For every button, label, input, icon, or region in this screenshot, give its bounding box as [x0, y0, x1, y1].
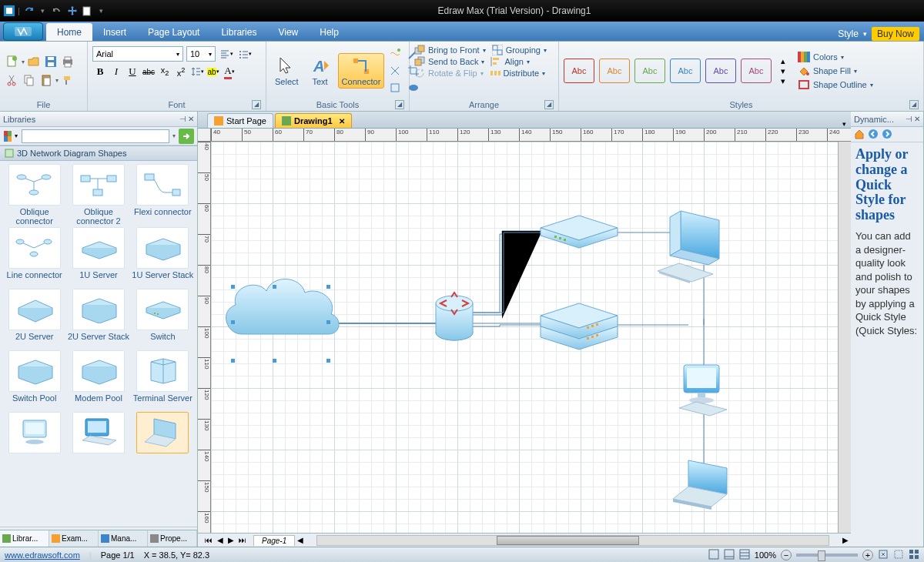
- strikethrough-button[interactable]: abc: [141, 64, 156, 79]
- tab-home[interactable]: Home: [46, 23, 92, 41]
- pan-icon[interactable]: [909, 549, 919, 561]
- shape-fill-button[interactable]: Shape Fill ▾: [798, 64, 873, 78]
- style-gallery-more[interactable]: ▾: [778, 76, 788, 86]
- lib-tab-examples[interactable]: Exam...: [49, 530, 99, 547]
- back-icon[interactable]: [868, 129, 879, 141]
- style-swatch-4[interactable]: Abc: [705, 59, 736, 83]
- zoom-out-button[interactable]: −: [781, 550, 792, 560]
- shape-item[interactable]: 1U Server Stack: [132, 227, 194, 287]
- page-last-button[interactable]: ⏭: [236, 536, 249, 544]
- shape-group-header[interactable]: 3D Network Diagram Shapes: [0, 146, 197, 161]
- styles-dialog-launcher[interactable]: ◢: [909, 100, 919, 109]
- tab-menu-icon[interactable]: ▾: [838, 120, 851, 128]
- shape-tool-3[interactable]: [387, 80, 403, 95]
- paste-button[interactable]: [38, 72, 54, 88]
- font-name-combo[interactable]: Arial▾: [92, 46, 183, 62]
- shape-item[interactable]: Switch Pool: [3, 350, 65, 410]
- view-mode-1-icon[interactable]: [708, 549, 719, 561]
- close-icon[interactable]: ✕: [914, 115, 920, 123]
- shape-item[interactable]: Line connector: [3, 227, 65, 287]
- style-swatch-2[interactable]: Abc: [634, 59, 665, 83]
- view-mode-3-icon[interactable]: [739, 549, 750, 561]
- print-button[interactable]: [60, 54, 75, 69]
- font-dialog-launcher[interactable]: ◢: [252, 100, 261, 109]
- grouping-button[interactable]: Grouping ▾: [492, 45, 547, 55]
- style-swatch-5[interactable]: Abc: [741, 59, 772, 83]
- qat-more-icon[interactable]: ▾: [95, 5, 108, 17]
- shape-item[interactable]: Oblique connector: [3, 164, 65, 226]
- tab-help[interactable]: Help: [309, 23, 350, 41]
- send-to-back-button[interactable]: Send to Back ▾: [414, 56, 484, 67]
- cut-button[interactable]: [5, 72, 20, 88]
- pin-icon[interactable]: ⊣: [179, 115, 186, 123]
- fit-width-icon[interactable]: [893, 549, 904, 561]
- italic-button[interactable]: I: [109, 64, 124, 79]
- lib-tab-manage[interactable]: Mana...: [99, 530, 148, 547]
- line-spacing-button[interactable]: ▾: [189, 64, 205, 79]
- format-painter-button[interactable]: [60, 72, 75, 88]
- distribute-button[interactable]: Distribute ▾: [490, 68, 545, 79]
- pin-icon[interactable]: ⊣: [906, 115, 912, 123]
- page-tab[interactable]: Page-1: [253, 535, 295, 546]
- font-size-combo[interactable]: 10▾: [186, 46, 216, 62]
- style-swatch-1[interactable]: Abc: [599, 59, 630, 83]
- subscript-button[interactable]: x2: [157, 64, 172, 79]
- lib-color-button[interactable]: ▾: [3, 129, 18, 144]
- zoom-level[interactable]: 100%: [755, 550, 776, 560]
- align-button[interactable]: ▾: [219, 46, 234, 62]
- shape-item[interactable]: Switch: [132, 289, 194, 349]
- tab-insert[interactable]: Insert: [92, 23, 137, 41]
- library-search-input[interactable]: [22, 129, 169, 143]
- canvas-switch-shape[interactable]: [541, 216, 618, 248]
- shape-tool-2[interactable]: [387, 63, 403, 79]
- bring-to-front-button[interactable]: Bring to Front ▾: [414, 45, 486, 55]
- website-link[interactable]: www.edrawsoft.com: [5, 550, 80, 560]
- shape-item[interactable]: 2U Server Stack: [67, 289, 129, 349]
- close-icon[interactable]: ✕: [188, 115, 194, 123]
- shape-item[interactable]: Terminal Server: [132, 350, 194, 410]
- style-gallery-up[interactable]: ▴: [778, 56, 788, 66]
- canvas-monitor-shape[interactable]: [679, 365, 727, 416]
- open-button[interactable]: [26, 54, 42, 69]
- shape-tool-1[interactable]: [387, 46, 403, 62]
- shape-item[interactable]: Modem Pool: [67, 350, 129, 410]
- doc-tab-drawing1[interactable]: Drawing1✕: [275, 113, 352, 128]
- rotate-flip-button[interactable]: Rotate & Flip ▾: [414, 68, 484, 79]
- close-tab-icon[interactable]: ✕: [339, 117, 345, 125]
- page-prev-button[interactable]: ◀: [215, 536, 226, 544]
- shape-item[interactable]: Oblique connector 2: [67, 164, 129, 226]
- shape-outline-button[interactable]: Shape Outline ▾: [798, 78, 873, 92]
- forward-icon[interactable]: [882, 129, 892, 141]
- style-link[interactable]: Style: [838, 28, 859, 39]
- page-first-button[interactable]: ⏮: [203, 536, 215, 544]
- underline-button[interactable]: U: [125, 64, 140, 79]
- horizontal-scrollbar[interactable]: ◀ ▶: [295, 535, 851, 546]
- text-tool[interactable]: A Text: [306, 53, 335, 89]
- shape-item[interactable]: [132, 412, 194, 472]
- home-icon[interactable]: [854, 129, 865, 141]
- tab-page-layout[interactable]: Page Layout: [137, 23, 210, 41]
- zoom-slider[interactable]: [796, 554, 858, 557]
- highlight-button[interactable]: ab▾: [206, 64, 221, 79]
- new-file-button[interactable]: [5, 54, 20, 69]
- redo2-icon[interactable]: [52, 5, 64, 17]
- superscript-button[interactable]: x2: [173, 64, 189, 79]
- shape-item[interactable]: [3, 412, 65, 472]
- tab-view[interactable]: View: [267, 23, 309, 41]
- fit-page-icon[interactable]: [878, 549, 889, 561]
- buy-now-button[interactable]: Buy Now: [872, 27, 919, 41]
- shape-item[interactable]: [67, 412, 129, 472]
- undo-icon[interactable]: [22, 5, 35, 17]
- shape-item[interactable]: 2U Server: [3, 289, 65, 349]
- zoom-in-button[interactable]: +: [862, 550, 873, 560]
- app-icon[interactable]: [3, 5, 15, 17]
- style-swatch-0[interactable]: Abc: [564, 59, 594, 83]
- tab-libraries[interactable]: Libraries: [210, 23, 267, 41]
- view-mode-2-icon[interactable]: [724, 549, 735, 561]
- shape-item[interactable]: Flexi connector: [132, 164, 194, 226]
- page-next-button[interactable]: ▶: [226, 536, 236, 544]
- new-icon[interactable]: [81, 5, 93, 17]
- canvas-cloud-shape[interactable]: [226, 279, 339, 363]
- shape-item[interactable]: 1U Server: [67, 227, 129, 287]
- doc-tab-start[interactable]: Start Page: [207, 113, 273, 128]
